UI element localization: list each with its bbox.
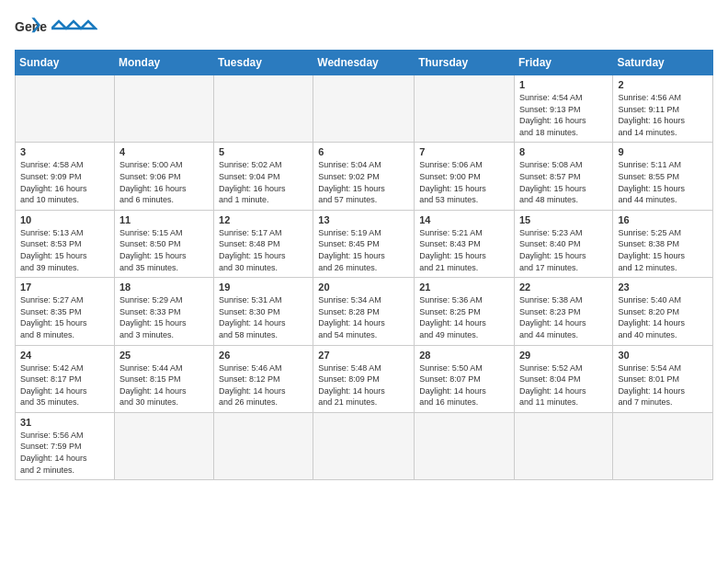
day-number: 5 — [219, 146, 308, 157]
day-info: Sunrise: 5:29 AM Sunset: 8:33 PM Dayligh… — [119, 294, 209, 340]
day-info: Sunrise: 5:21 AM Sunset: 8:43 PM Dayligh… — [419, 227, 509, 273]
day-cell — [16, 75, 115, 143]
day-info: Sunrise: 5:19 AM Sunset: 8:45 PM Dayligh… — [318, 227, 409, 273]
day-info: Sunrise: 5:15 AM Sunset: 8:50 PM Dayligh… — [119, 227, 209, 273]
day-info: Sunrise: 5:25 AM Sunset: 8:38 PM Dayligh… — [618, 227, 708, 273]
day-number: 10 — [20, 214, 109, 225]
day-cell: 2Sunrise: 4:56 AM Sunset: 9:11 PM Daylig… — [613, 75, 713, 143]
weekday-wednesday: Wednesday — [313, 51, 415, 75]
day-cell: 30Sunrise: 5:54 AM Sunset: 8:01 PM Dayli… — [613, 345, 713, 412]
week-row-6: 31Sunrise: 5:56 AM Sunset: 7:59 PM Dayli… — [16, 412, 713, 479]
day-info: Sunrise: 5:23 AM Sunset: 8:40 PM Dayligh… — [519, 227, 608, 273]
day-number: 3 — [20, 146, 109, 157]
day-cell: 25Sunrise: 5:44 AM Sunset: 8:15 PM Dayli… — [114, 345, 213, 412]
day-number: 2 — [618, 79, 708, 90]
day-cell — [415, 412, 515, 479]
week-row-1: 1Sunrise: 4:54 AM Sunset: 9:13 PM Daylig… — [16, 75, 713, 143]
weekday-saturday: Saturday — [613, 51, 713, 75]
day-info: Sunrise: 5:08 AM Sunset: 8:57 PM Dayligh… — [519, 159, 608, 205]
day-number: 11 — [119, 214, 209, 225]
day-info: Sunrise: 5:38 AM Sunset: 8:23 PM Dayligh… — [519, 294, 608, 340]
day-number: 24 — [20, 350, 109, 361]
day-number: 19 — [219, 282, 308, 293]
day-cell: 9Sunrise: 5:11 AM Sunset: 8:55 PM Daylig… — [613, 143, 713, 210]
day-cell — [415, 75, 515, 143]
day-number: 9 — [618, 146, 708, 157]
day-info: Sunrise: 5:46 AM Sunset: 8:12 PM Dayligh… — [219, 362, 308, 408]
day-cell: 4Sunrise: 5:00 AM Sunset: 9:06 PM Daylig… — [114, 143, 213, 210]
day-cell: 27Sunrise: 5:48 AM Sunset: 8:09 PM Dayli… — [313, 345, 415, 412]
week-row-5: 24Sunrise: 5:42 AM Sunset: 8:17 PM Dayli… — [16, 345, 713, 412]
day-cell: 31Sunrise: 5:56 AM Sunset: 7:59 PM Dayli… — [16, 412, 115, 479]
day-cell: 17Sunrise: 5:27 AM Sunset: 8:35 PM Dayli… — [16, 278, 115, 345]
day-cell: 13Sunrise: 5:19 AM Sunset: 8:45 PM Dayli… — [313, 210, 415, 277]
day-info: Sunrise: 5:02 AM Sunset: 9:04 PM Dayligh… — [219, 159, 308, 205]
day-cell — [114, 75, 213, 143]
day-number: 25 — [119, 350, 209, 361]
day-number: 8 — [519, 146, 608, 157]
day-cell: 28Sunrise: 5:50 AM Sunset: 8:07 PM Dayli… — [415, 345, 515, 412]
day-cell: 21Sunrise: 5:36 AM Sunset: 8:25 PM Dayli… — [415, 278, 515, 345]
day-number: 26 — [219, 350, 308, 361]
day-cell: 5Sunrise: 5:02 AM Sunset: 9:04 PM Daylig… — [214, 143, 313, 210]
weekday-sunday: Sunday — [16, 51, 115, 75]
day-cell: 10Sunrise: 5:13 AM Sunset: 8:53 PM Dayli… — [16, 210, 115, 277]
day-cell — [114, 412, 213, 479]
day-cell: 14Sunrise: 5:21 AM Sunset: 8:43 PM Dayli… — [415, 210, 515, 277]
day-cell: 20Sunrise: 5:34 AM Sunset: 8:28 PM Dayli… — [313, 278, 415, 345]
day-cell — [313, 75, 415, 143]
day-cell: 1Sunrise: 4:54 AM Sunset: 9:13 PM Daylig… — [514, 75, 612, 143]
day-info: Sunrise: 5:11 AM Sunset: 8:55 PM Dayligh… — [618, 159, 708, 205]
day-number: 29 — [519, 350, 608, 361]
day-info: Sunrise: 4:56 AM Sunset: 9:11 PM Dayligh… — [618, 92, 708, 138]
logo-icon: General — [15, 15, 48, 40]
day-info: Sunrise: 5:17 AM Sunset: 8:48 PM Dayligh… — [219, 227, 308, 273]
day-cell: 3Sunrise: 4:58 AM Sunset: 9:09 PM Daylig… — [16, 143, 115, 210]
day-cell — [613, 412, 713, 479]
weekday-tuesday: Tuesday — [214, 51, 313, 75]
day-info: Sunrise: 4:58 AM Sunset: 9:09 PM Dayligh… — [20, 159, 109, 205]
day-number: 21 — [419, 282, 509, 293]
day-number: 28 — [419, 350, 509, 361]
day-number: 13 — [318, 214, 409, 225]
day-number: 16 — [618, 214, 708, 225]
day-cell: 7Sunrise: 5:06 AM Sunset: 9:00 PM Daylig… — [415, 143, 515, 210]
day-info: Sunrise: 5:13 AM Sunset: 8:53 PM Dayligh… — [20, 227, 109, 273]
day-number: 22 — [519, 282, 608, 293]
day-number: 23 — [618, 282, 708, 293]
day-info: Sunrise: 5:40 AM Sunset: 8:20 PM Dayligh… — [618, 294, 708, 340]
day-number: 17 — [20, 282, 109, 293]
day-number: 18 — [119, 282, 209, 293]
day-cell: 18Sunrise: 5:29 AM Sunset: 8:33 PM Dayli… — [114, 278, 213, 345]
day-info: Sunrise: 4:54 AM Sunset: 9:13 PM Dayligh… — [519, 92, 608, 138]
day-cell: 11Sunrise: 5:15 AM Sunset: 8:50 PM Dayli… — [114, 210, 213, 277]
week-row-3: 10Sunrise: 5:13 AM Sunset: 8:53 PM Dayli… — [16, 210, 713, 277]
day-number: 30 — [618, 350, 708, 361]
weekday-monday: Monday — [114, 51, 213, 75]
day-info: Sunrise: 5:50 AM Sunset: 8:07 PM Dayligh… — [419, 362, 509, 408]
day-cell: 26Sunrise: 5:46 AM Sunset: 8:12 PM Dayli… — [214, 345, 313, 412]
day-info: Sunrise: 5:00 AM Sunset: 9:06 PM Dayligh… — [119, 159, 209, 205]
weekday-thursday: Thursday — [415, 51, 515, 75]
day-cell: 22Sunrise: 5:38 AM Sunset: 8:23 PM Dayli… — [514, 278, 612, 345]
day-number: 20 — [318, 282, 409, 293]
day-cell — [313, 412, 415, 479]
day-cell: 29Sunrise: 5:52 AM Sunset: 8:04 PM Dayli… — [514, 345, 612, 412]
day-number: 12 — [219, 214, 308, 225]
day-info: Sunrise: 5:42 AM Sunset: 8:17 PM Dayligh… — [20, 362, 109, 408]
day-cell: 12Sunrise: 5:17 AM Sunset: 8:48 PM Dayli… — [214, 210, 313, 277]
day-cell — [214, 412, 313, 479]
day-info: Sunrise: 5:27 AM Sunset: 8:35 PM Dayligh… — [20, 294, 109, 340]
calendar: SundayMondayTuesdayWednesdayThursdayFrid… — [15, 50, 713, 480]
day-number: 6 — [318, 146, 409, 157]
day-info: Sunrise: 5:06 AM Sunset: 9:00 PM Dayligh… — [419, 159, 509, 205]
day-cell: 23Sunrise: 5:40 AM Sunset: 8:20 PM Dayli… — [613, 278, 713, 345]
day-number: 31 — [20, 417, 109, 428]
day-number: 14 — [419, 214, 509, 225]
day-cell — [514, 412, 612, 479]
day-cell: 16Sunrise: 5:25 AM Sunset: 8:38 PM Dayli… — [613, 210, 713, 277]
day-info: Sunrise: 5:36 AM Sunset: 8:25 PM Dayligh… — [419, 294, 509, 340]
week-row-2: 3Sunrise: 4:58 AM Sunset: 9:09 PM Daylig… — [16, 143, 713, 210]
header: General — [15, 15, 713, 40]
day-info: Sunrise: 5:52 AM Sunset: 8:04 PM Dayligh… — [519, 362, 608, 408]
